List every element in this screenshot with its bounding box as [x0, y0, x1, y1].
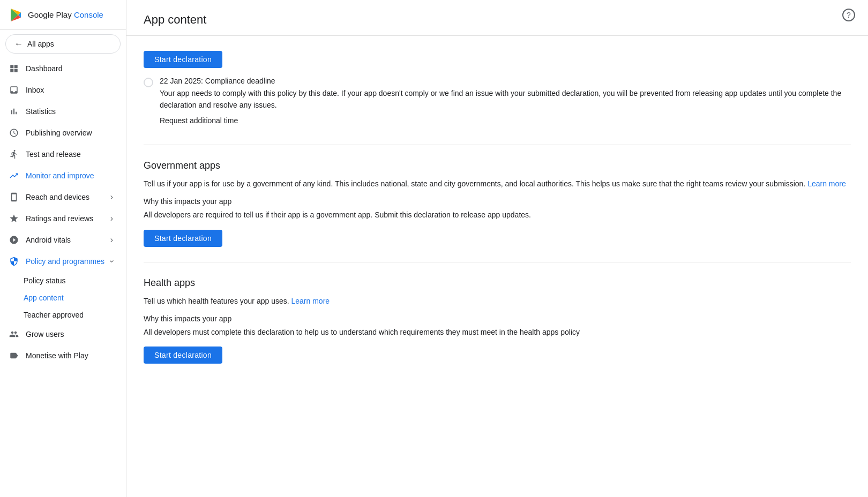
health-apps-title: Health apps	[144, 277, 851, 289]
main-content: ? App content Start declaration 22 Jan 2…	[126, 0, 868, 497]
sidebar-item-inbox-label: Inbox	[26, 86, 44, 94]
monitor-improve-icon	[9, 170, 19, 181]
android-vitals-icon	[9, 235, 19, 245]
sidebar-subitem-app-content-label: App content	[24, 293, 64, 302]
government-apps-description: Tell us if your app is for use by a gove…	[144, 178, 851, 190]
sidebar-item-statistics-label: Statistics	[26, 107, 56, 116]
grow-users-icon	[9, 329, 19, 340]
help-icon[interactable]: ?	[842, 9, 855, 21]
android-vitals-chevron-icon: ›	[110, 235, 113, 245]
sidebar-item-dashboard[interactable]: Dashboard	[0, 58, 122, 79]
page-header: App content	[126, 0, 868, 36]
svg-rect-5	[14, 65, 18, 68]
compliance-radio	[144, 78, 153, 87]
sidebar-item-reach-and-devices[interactable]: Reach and devices ›	[0, 186, 122, 208]
health-apps-learn-more-link[interactable]: Learn more	[291, 297, 330, 305]
policy-programmes-chevron-icon: ›	[107, 260, 116, 262]
publishing-overview-icon	[9, 127, 19, 138]
compliance-date: 22 Jan 2025: Compliance deadline	[160, 77, 851, 85]
logo-text: Google Play Console	[28, 10, 103, 19]
sidebar-item-monitor-and-improve[interactable]: Monitor and improve	[0, 165, 122, 186]
request-additional-time-link[interactable]: Request additional time	[160, 116, 238, 125]
sidebar-item-monetise-with-play[interactable]: Monetise with Play	[0, 345, 122, 366]
start-declaration-button-top[interactable]: Start declaration	[144, 51, 222, 68]
sidebar-item-publishing-label: Publishing overview	[26, 129, 92, 137]
monetise-icon	[9, 350, 19, 361]
sidebar-item-android-vitals[interactable]: Android vitals ›	[0, 229, 122, 251]
sidebar-item-monitor-improve-label: Monitor and improve	[26, 171, 94, 180]
government-apps-impact-desc: All developers are required to tell us i…	[144, 209, 851, 221]
sidebar-item-statistics[interactable]: Statistics	[0, 101, 122, 122]
sidebar-item-reach-devices-label: Reach and devices	[26, 193, 89, 201]
dashboard-icon	[9, 63, 19, 74]
inbox-icon	[9, 85, 19, 95]
reach-devices-chevron-icon: ›	[110, 192, 113, 202]
svg-rect-6	[10, 69, 13, 72]
sidebar-item-inbox[interactable]: Inbox	[0, 79, 122, 101]
back-arrow-icon: ←	[14, 39, 23, 49]
statistics-icon	[9, 106, 19, 117]
sidebar-item-android-vitals-label: Android vitals	[26, 236, 71, 244]
sidebar-item-ratings-reviews-label: Ratings and reviews	[26, 214, 93, 223]
ratings-reviews-chevron-icon: ›	[110, 214, 113, 223]
page-content: Start declaration 22 Jan 2025: Complianc…	[126, 36, 868, 379]
page-title: App content	[144, 13, 206, 27]
sidebar-subitem-app-content[interactable]: App content	[0, 289, 122, 306]
sidebar-subitem-policy-status-label: Policy status	[24, 276, 66, 285]
sidebar-item-grow-users[interactable]: Grow users	[0, 323, 122, 345]
sidebar: Google Play Console ← All apps Dashboard…	[0, 0, 126, 497]
health-apps-description: Tell us which health features your app u…	[144, 295, 851, 307]
sidebar-item-monetise-label: Monetise with Play	[26, 351, 88, 360]
sidebar-item-policy-and-programmes[interactable]: Policy and programmes ›	[0, 251, 122, 272]
sidebar-item-policy-programmes-label: Policy and programmes	[26, 257, 104, 266]
sidebar-item-publishing-overview[interactable]: Publishing overview	[0, 122, 122, 144]
google-play-logo-icon	[9, 7, 24, 22]
government-apps-section: Government apps Tell us if your app is f…	[144, 145, 851, 262]
health-apps-impact-desc: All developers must complete this declar…	[144, 326, 851, 338]
reach-devices-icon	[9, 192, 19, 202]
sidebar-item-dashboard-label: Dashboard	[26, 64, 63, 73]
test-release-icon	[9, 149, 19, 160]
health-apps-impact-title: Why this impacts your app	[144, 314, 851, 323]
policy-programmes-icon	[9, 256, 19, 267]
all-apps-label: All apps	[27, 40, 54, 48]
health-apps-start-declaration-button[interactable]: Start declaration	[144, 347, 222, 364]
sidebar-subitem-policy-status[interactable]: Policy status	[0, 272, 122, 289]
svg-rect-4	[10, 65, 13, 68]
ratings-reviews-icon	[9, 213, 19, 224]
government-apps-learn-more-link[interactable]: Learn more	[807, 179, 846, 188]
sidebar-item-test-and-release[interactable]: Test and release	[0, 144, 122, 165]
sidebar-item-grow-users-label: Grow users	[26, 330, 64, 338]
all-apps-button[interactable]: ← All apps	[5, 34, 121, 54]
sidebar-subitem-teacher-approved-label: Teacher approved	[24, 311, 84, 319]
government-apps-title: Government apps	[144, 160, 851, 171]
compliance-deadline-item: 22 Jan 2025: Compliance deadline Your ap…	[144, 77, 851, 125]
sidebar-subitem-teacher-approved[interactable]: Teacher approved	[0, 306, 122, 323]
compliance-deadline-section: Start declaration 22 Jan 2025: Complianc…	[144, 36, 851, 145]
compliance-description: Your app needs to comply with this polic…	[160, 87, 851, 111]
sidebar-item-ratings-and-reviews[interactable]: Ratings and reviews ›	[0, 208, 122, 229]
sidebar-item-test-release-label: Test and release	[26, 150, 81, 159]
sidebar-header: Google Play Console	[0, 0, 126, 30]
health-apps-section: Health apps Tell us which health feature…	[144, 262, 851, 379]
government-apps-impact-title: Why this impacts your app	[144, 197, 851, 206]
government-apps-start-declaration-button[interactable]: Start declaration	[144, 230, 222, 247]
svg-rect-7	[14, 69, 18, 72]
